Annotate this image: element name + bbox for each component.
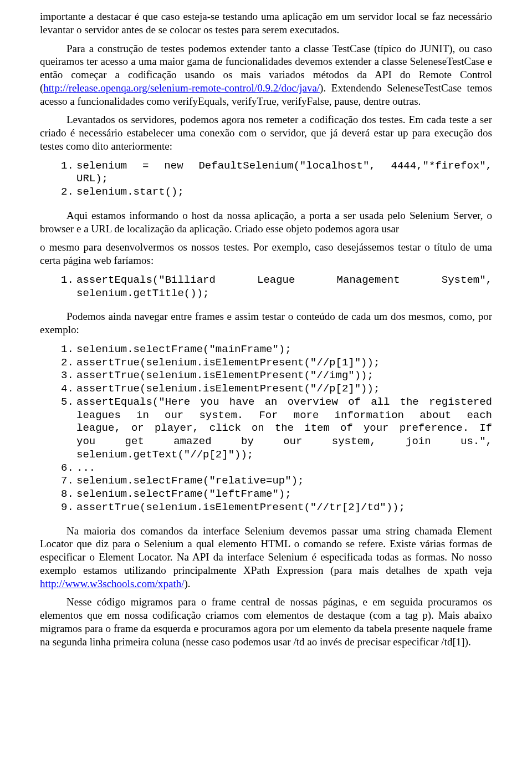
- code-text: leagues in our system. For more informat…: [76, 409, 492, 422]
- code-text: selenium.getTitle());: [76, 287, 492, 301]
- code-text: URL);: [76, 172, 492, 186]
- code-text: you get amazed by our system, join us.",: [76, 435, 492, 449]
- code-line: 5. assertEquals("Here you have an overvi…: [61, 396, 492, 409]
- code-line: 8. selenium.selectFrame("leftFrame");: [61, 488, 492, 501]
- code-line: selenium.getTitle());: [61, 287, 492, 301]
- code-line-number: 8.: [61, 488, 76, 501]
- code-line: league, or player, click on the item of …: [61, 422, 492, 435]
- code-line-number: 9.: [61, 501, 76, 515]
- code-line-number: 1.: [61, 160, 76, 173]
- code-text: assertTrue(selenium.isElementPresent("//…: [76, 369, 492, 383]
- code-text: assertTrue(selenium.isElementPresent("//…: [76, 357, 492, 370]
- code-line: you get amazed by our system, join us.",: [61, 435, 492, 449]
- paragraph: Nesse código migramos para o frame centr…: [40, 595, 492, 648]
- paragraph-text: ).: [185, 578, 191, 589]
- code-line: 9. assertTrue(selenium.isElementPresent(…: [61, 501, 492, 515]
- code-line-number: 2.: [61, 357, 76, 370]
- code-text: ...: [76, 462, 492, 475]
- paragraph-text: Na maioria dos comandos da interface Sel…: [40, 525, 492, 576]
- code-line: leagues in our system. For more informat…: [61, 409, 492, 422]
- code-line-number: 1.: [61, 274, 76, 287]
- code-line-number: 5.: [61, 396, 76, 409]
- code-block-1: 1. selenium = new DefaultSelenium("local…: [61, 160, 492, 199]
- code-line: URL);: [61, 172, 492, 186]
- code-line: 3. assertTrue(selenium.isElementPresent(…: [61, 369, 492, 383]
- code-line: 1. selenium.selectFrame("mainFrame");: [61, 343, 492, 357]
- code-line-number: 2.: [61, 186, 76, 199]
- code-text: assertEquals("Here you have an overview …: [76, 396, 492, 409]
- code-block-3: 1. selenium.selectFrame("mainFrame"); 2.…: [61, 343, 492, 515]
- code-line-number: 7.: [61, 475, 76, 488]
- code-line: selenium.getText("//p[2]"));: [61, 449, 492, 462]
- code-line: 1. selenium = new DefaultSelenium("local…: [61, 160, 492, 173]
- code-text: selenium.selectFrame("mainFrame");: [76, 343, 492, 357]
- code-text: selenium = new DefaultSelenium("localhos…: [76, 160, 492, 173]
- code-line: 7. selenium.selectFrame("relative=up");: [61, 475, 492, 488]
- code-text: selenium.selectFrame("relative=up");: [76, 475, 492, 488]
- code-text: selenium.start();: [76, 186, 492, 199]
- code-text: assertTrue(selenium.isElementPresent("//…: [76, 383, 492, 396]
- code-text: league, or player, click on the item of …: [76, 422, 492, 435]
- code-line: 1. assertEquals("Billiard League Managem…: [61, 274, 492, 287]
- paragraph: Para a construção de testes podemos exte…: [40, 42, 492, 108]
- code-text: assertTrue(selenium.isElementPresent("//…: [76, 501, 492, 515]
- code-text: assertEquals("Billiard League Management…: [76, 274, 492, 287]
- paragraph: o mesmo para desenvolvermos os nossos te…: [40, 241, 492, 267]
- code-line-number: 3.: [61, 369, 76, 383]
- paragraph: Podemos ainda navegar entre frames e ass…: [40, 310, 492, 337]
- code-line-number: 1.: [61, 343, 76, 357]
- code-block-2: 1. assertEquals("Billiard League Managem…: [61, 274, 492, 301]
- code-line: 6. ...: [61, 462, 492, 475]
- paragraph: importante a destacar é que caso esteja-…: [40, 10, 492, 37]
- code-line-number: 4.: [61, 383, 76, 396]
- code-text: selenium.getText("//p[2]"));: [76, 449, 492, 462]
- code-line: 2. selenium.start();: [61, 186, 492, 199]
- xpath-tutorial-link[interactable]: http://www.w3schools.com/xpath/: [40, 578, 185, 589]
- document-page: importante a destacar é que caso esteja-…: [0, 0, 532, 769]
- paragraph: Aqui estamos informando o host da nossa …: [40, 209, 492, 236]
- code-line: 4. assertTrue(selenium.isElementPresent(…: [61, 383, 492, 396]
- code-text: selenium.selectFrame("leftFrame");: [76, 488, 492, 501]
- code-line-number: 6.: [61, 462, 76, 475]
- paragraph: Levantados os servidores, podemos agora …: [40, 113, 492, 152]
- code-line: 2. assertTrue(selenium.isElementPresent(…: [61, 357, 492, 370]
- api-doc-link[interactable]: http://release.openqa.org/selenium-remot…: [43, 82, 320, 94]
- paragraph: Na maioria dos comandos da interface Sel…: [40, 524, 492, 590]
